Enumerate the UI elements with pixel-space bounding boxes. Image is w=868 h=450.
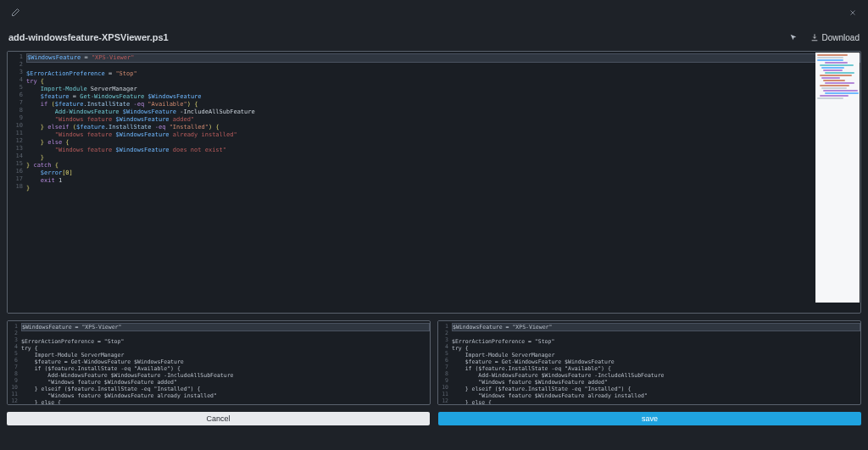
minimap[interactable]: [815, 53, 860, 303]
save-button[interactable]: save: [438, 412, 861, 425]
close-icon[interactable]: [844, 4, 861, 21]
line-gutter: 123456789101112131415161718: [8, 52, 26, 313]
code-content[interactable]: $WindowsFeature = "XPS-Viewer" $ErrorAct…: [26, 52, 860, 313]
button-row: Cancel save: [7, 412, 861, 425]
pane-gutter-right: 12345678910111213: [438, 321, 452, 404]
edit-icon[interactable]: [7, 4, 24, 21]
cancel-button[interactable]: Cancel: [7, 412, 430, 425]
main-code-editor[interactable]: 123456789101112131415161718 $WindowsFeat…: [7, 51, 861, 314]
diff-pane-left[interactable]: 12345678910111213 $WindowsFeature = "XPS…: [7, 320, 431, 405]
cursor-icon: [785, 29, 802, 46]
diff-pane-right[interactable]: 12345678910111213 $WindowsFeature = "XPS…: [437, 320, 861, 405]
pane-gutter-left: 12345678910111213: [8, 321, 21, 404]
pane-code-right[interactable]: $WindowsFeature = "XPS-Viewer" $ErrorAct…: [452, 321, 860, 404]
page-title: add-windowsfeature-XPSViewer.ps1: [8, 32, 169, 42]
header-row: add-windowsfeature-XPSViewer.ps1 Downloa…: [0, 25, 868, 51]
download-button[interactable]: Download: [810, 33, 860, 42]
top-bar: [0, 0, 868, 25]
download-label: Download: [822, 33, 860, 42]
pane-code-left[interactable]: $WindowsFeature = "XPS-Viewer" $ErrorAct…: [21, 321, 430, 404]
bottom-diff-panes: 12345678910111213 $WindowsFeature = "XPS…: [7, 320, 861, 405]
